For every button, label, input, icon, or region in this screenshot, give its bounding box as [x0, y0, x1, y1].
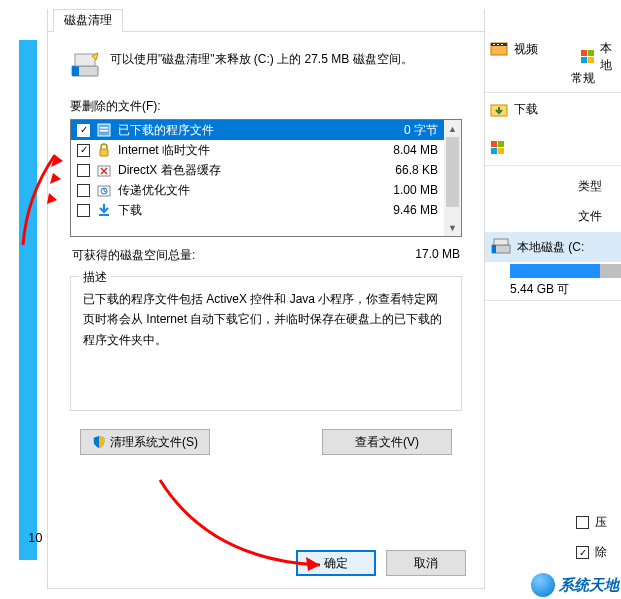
video-label: 视频	[514, 41, 538, 58]
intro-text: 可以使用"磁盘清理"来释放 (C:) 上的 27.5 MB 磁盘空间。	[110, 50, 413, 68]
background-accent	[19, 40, 37, 560]
files-listbox[interactable]: ✓已下载的程序文件0 字节✓Internet 临时文件8.04 MBDirect…	[70, 119, 462, 237]
checkbox-icon[interactable]: ✓	[77, 124, 90, 137]
allow-index-checkbox[interactable]: ✓ 除	[576, 544, 607, 561]
svg-rect-6	[588, 50, 594, 56]
total-space-value: 17.0 MB	[415, 247, 460, 264]
checkbox-icon: ✓	[576, 546, 589, 559]
files-to-delete-label: 要删除的文件(F):	[70, 98, 462, 115]
scroll-down-button[interactable]: ▼	[444, 219, 461, 236]
scroll-up-button[interactable]: ▲	[444, 120, 461, 137]
drive-row-label: 本地磁盘 (C:	[517, 239, 584, 256]
ok-button[interactable]: 确定	[296, 550, 376, 576]
disk-cleanup-dialog: 磁盘清理 可以使用"磁盘清理"来释放 (C:) 上的 27.5 MB 磁盘空间。…	[47, 9, 485, 589]
svg-rect-11	[498, 141, 504, 147]
svg-rect-27	[99, 214, 109, 216]
svg-rect-4	[501, 44, 503, 45]
svg-rect-3	[497, 44, 499, 45]
svg-rect-13	[498, 148, 504, 154]
compress-checkbox[interactable]: 压	[576, 514, 607, 531]
list-item-size: 8.04 MB	[393, 143, 438, 157]
svg-rect-8	[588, 57, 594, 63]
program-files-icon	[96, 122, 112, 138]
thispc-item[interactable]: 本地	[580, 40, 621, 74]
description-text: 已下载的程序文件包括 ActiveX 控件和 Java 小程序，你查看特定网页时…	[83, 289, 449, 350]
list-item[interactable]: 下载9.46 MB	[71, 200, 444, 220]
list-item-name: 传递优化文件	[118, 182, 393, 199]
directx-icon	[96, 162, 112, 178]
usage-bar-free	[600, 264, 621, 278]
drive-row-selected[interactable]: 本地磁盘 (C:	[485, 232, 621, 262]
svg-rect-2	[493, 44, 495, 45]
description-group: 描述 已下载的程序文件包括 ActiveX 控件和 Java 小程序，你查看特定…	[70, 276, 462, 411]
list-item-size: 9.46 MB	[393, 203, 438, 217]
thispc-label: 本地	[600, 40, 621, 74]
drive-icon	[491, 238, 511, 256]
tab-disk-cleanup[interactable]: 磁盘清理	[53, 9, 123, 32]
drive-item-bg	[490, 140, 508, 158]
list-item-size: 0 字节	[404, 122, 438, 139]
video-icon	[490, 40, 508, 58]
shield-icon	[92, 435, 106, 449]
checkbox-icon[interactable]	[77, 204, 90, 217]
usage-bar-used	[510, 264, 600, 278]
list-item-name: Internet 临时文件	[118, 142, 393, 159]
tab-strip: 磁盘清理	[48, 9, 484, 32]
separator	[485, 165, 621, 166]
svg-rect-23	[100, 149, 108, 156]
svg-rect-15	[494, 239, 508, 245]
free-space-label: 5.44 GB 可	[510, 281, 569, 298]
scroll-thumb[interactable]	[446, 137, 459, 207]
footer-number: 10	[28, 530, 42, 545]
video-folder[interactable]: 视频	[490, 40, 538, 58]
lock-icon	[96, 142, 112, 158]
list-item-size: 1.00 MB	[393, 183, 438, 197]
svg-rect-18	[72, 66, 79, 76]
windows-flag-icon	[490, 140, 508, 158]
filesys-label: 文件	[578, 208, 602, 225]
list-item[interactable]: DirectX 着色器缓存66.8 KB	[71, 160, 444, 180]
list-item-name: 下载	[118, 202, 393, 219]
nav-tab-general[interactable]: 常规	[571, 70, 595, 87]
download-folder-icon	[490, 100, 508, 118]
separator	[485, 300, 621, 301]
svg-rect-10	[491, 141, 497, 147]
delivery-icon	[96, 182, 112, 198]
checkbox-icon[interactable]	[77, 184, 90, 197]
list-item[interactable]: ✓已下载的程序文件0 字节	[71, 120, 444, 140]
total-space-label: 可获得的磁盘空间总量:	[72, 247, 415, 264]
type-label: 类型	[578, 178, 602, 195]
list-item[interactable]: ✓Internet 临时文件8.04 MB	[71, 140, 444, 160]
separator	[485, 92, 621, 93]
svg-rect-5	[581, 50, 587, 56]
checkbox-icon	[576, 516, 589, 529]
list-item[interactable]: 传递优化文件1.00 MB	[71, 180, 444, 200]
view-files-button[interactable]: 查看文件(V)	[322, 429, 452, 455]
svg-rect-21	[100, 127, 108, 129]
description-legend: 描述	[79, 269, 111, 286]
checkbox-icon[interactable]	[77, 164, 90, 177]
svg-rect-12	[491, 148, 497, 154]
checkbox-icon[interactable]: ✓	[77, 144, 90, 157]
globe-icon	[531, 573, 555, 597]
cancel-button[interactable]: 取消	[386, 550, 466, 576]
svg-rect-22	[100, 130, 108, 132]
download-icon	[96, 202, 112, 218]
watermark-logo: 系统天地	[531, 573, 619, 597]
list-item-size: 66.8 KB	[395, 163, 438, 177]
disk-cleanup-icon	[70, 50, 98, 80]
list-item-name: DirectX 着色器缓存	[118, 162, 395, 179]
list-item-name: 已下载的程序文件	[118, 122, 404, 139]
svg-rect-7	[581, 57, 587, 63]
clean-system-files-button[interactable]: 清理系统文件(S)	[80, 429, 210, 455]
download-folder[interactable]: 下载	[490, 100, 538, 118]
download-label: 下载	[514, 101, 538, 118]
scrollbar[interactable]: ▲ ▼	[444, 120, 461, 236]
svg-rect-16	[492, 245, 496, 253]
windows-flag-icon	[580, 49, 594, 65]
